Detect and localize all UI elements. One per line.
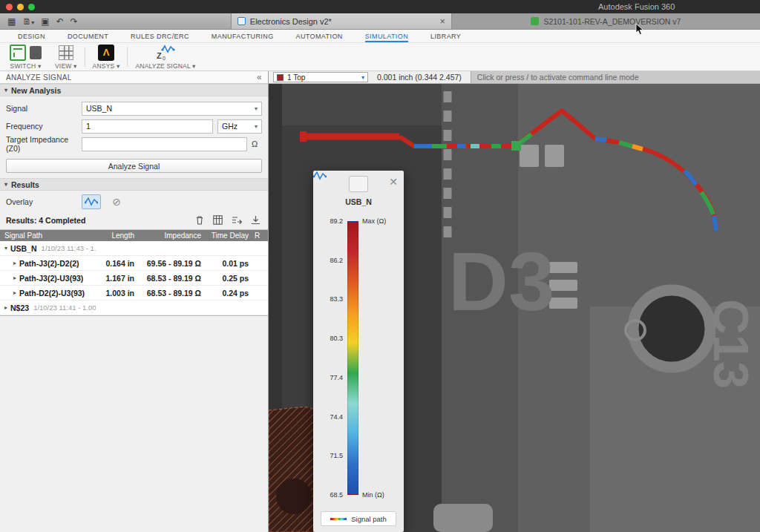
- result-timestamp: 1/10/23 11:41 - 1.00GHz: [33, 303, 96, 312]
- analyze-signal-tool-group[interactable]: Z 0 ANALYZE SIGNAL ▾: [128, 43, 202, 70]
- ribbon-tab-library[interactable]: LIBRARY: [430, 30, 461, 42]
- target-impedance-input[interactable]: [82, 137, 247, 151]
- col-impedance[interactable]: Impedance: [134, 231, 203, 240]
- ribbon-tab-simulation[interactable]: SIMULATION: [365, 30, 408, 42]
- table-row-path[interactable]: ▸ Path-J3(2)-U3(93) 1.167 in 68.53 - 89.…: [0, 271, 268, 286]
- chevron-down-icon: ▾: [361, 74, 364, 81]
- toolbar-separator: [85, 47, 85, 67]
- delete-results-icon[interactable]: [195, 215, 204, 225]
- results-section-header[interactable]: ▾ Results: [0, 178, 268, 191]
- titlebar: Autodesk Fusion 360: [0, 0, 760, 13]
- tab-label: S2101-101-REV-A_DEMOVERSION v7: [543, 17, 681, 26]
- analyze-signal-label: ANALYZE SIGNAL ▾: [135, 62, 195, 70]
- path-name: Path-J3(2)-U3(93): [19, 274, 83, 283]
- document-tabbar: ▦ 🗎▾ ▣ ↶ ↷ Electronics Design v2* × S210…: [0, 13, 760, 30]
- signal-overlay-toggle-button[interactable]: [349, 176, 368, 192]
- col-length[interactable]: Length: [96, 231, 134, 240]
- signal-path-legend: Signal path: [321, 511, 396, 526]
- cursor-coordinates: 0.001 inch (0.344 2.457): [368, 71, 471, 83]
- close-window-button[interactable]: [6, 4, 13, 10]
- command-line-input[interactable]: Click or press / to activate command lin…: [471, 71, 760, 83]
- ribbon-tab-manufacturing[interactable]: MANUFACTURING: [212, 30, 274, 42]
- expand-icon[interactable]: ▾: [4, 245, 7, 252]
- canvas-topbar: 1 Top ▾ 0.001 inch (0.344 2.457) Click o…: [269, 71, 760, 84]
- signal-overlay-icon: [85, 197, 98, 207]
- path-name: Path-J3(2)-D2(2): [19, 259, 79, 268]
- svg-text:Z: Z: [157, 51, 162, 60]
- table-row-path[interactable]: ▸ Path-D2(2)-U3(93) 1.003 in 68.53 - 89.…: [0, 286, 268, 301]
- frequency-unit-select[interactable]: GHz ▾: [217, 119, 262, 134]
- signal-overlay-icon: [313, 171, 327, 181]
- signal-name: N$23: [10, 303, 29, 312]
- max-ohm-label: Max (Ω): [362, 217, 386, 225]
- frequency-input[interactable]: 1: [82, 119, 213, 134]
- scale-value: 68.5: [319, 491, 343, 499]
- download-results-icon[interactable]: [251, 215, 261, 225]
- ribbon-tab-design[interactable]: DESIGN: [18, 30, 45, 42]
- redo-icon[interactable]: ↷: [71, 17, 78, 26]
- tab-demoversion[interactable]: S2101-101-REV-A_DEMOVERSION v7: [452, 13, 760, 29]
- col-time-delay[interactable]: Time Delay: [203, 231, 249, 240]
- path-time-delay: 0.24 ps: [203, 289, 249, 298]
- expand-icon[interactable]: ▸: [13, 260, 16, 266]
- ribbon-tab-automation[interactable]: AUTOMATION: [296, 30, 343, 42]
- collapse-panel-icon[interactable]: «: [257, 72, 262, 82]
- undo-icon[interactable]: ↶: [56, 17, 64, 26]
- chevron-down-icon: ▾: [255, 123, 258, 130]
- layer-color-swatch: [277, 74, 284, 81]
- table-row-group-usbn[interactable]: ▾ USB_N 1/10/23 11:43 - 1.00GHz: [0, 241, 268, 256]
- close-tab-icon[interactable]: ×: [434, 16, 445, 27]
- zoom-window-button[interactable]: [28, 4, 35, 10]
- analyze-signal-button[interactable]: Analyze Signal: [6, 159, 262, 173]
- layer-name: 1 Top: [287, 73, 305, 82]
- view-label: VIEW ▾: [55, 62, 77, 70]
- chevron-down-icon: ▾: [255, 105, 258, 112]
- switch-tool-group[interactable]: SWITCH ▾: [3, 43, 48, 70]
- tab-electronics-design[interactable]: Electronics Design v2* ×: [231, 13, 452, 29]
- overlay-row: Overlay ⊘: [0, 191, 268, 212]
- target-impedance-label: Target Impedance (Z0): [6, 135, 82, 153]
- app-grid-icon[interactable]: ▦: [7, 17, 16, 26]
- traffic-lights: [6, 4, 35, 10]
- view-tool-group[interactable]: VIEW ▾: [48, 43, 84, 70]
- scale-value: 89.2: [319, 217, 343, 225]
- table-row-path[interactable]: ▸ Path-J3(2)-D2(2) 0.164 in 69.56 - 89.1…: [0, 256, 268, 271]
- table-view-icon[interactable]: [213, 215, 223, 225]
- expand-icon[interactable]: ▸: [13, 289, 16, 296]
- table-row-group-n23[interactable]: ▸ N$23 1/10/23 11:41 - 1.00GHz: [0, 301, 268, 315]
- save-icon[interactable]: ▣: [41, 17, 49, 26]
- toolbar-separator: [127, 47, 128, 67]
- section-expand-icon: ▾: [4, 87, 7, 93]
- simulation-toolbar: SWITCH ▾ VIEW ▾ Λ ANSYS ▾ Z 0 ANALYZE SI…: [0, 43, 760, 71]
- command-line-placeholder: Click or press / to activate command lin…: [477, 73, 639, 82]
- close-legend-icon[interactable]: ✕: [389, 177, 398, 187]
- ohm-unit-label: Ω: [252, 139, 262, 148]
- signal-name: USB_N: [10, 244, 37, 253]
- new-analysis-section-header[interactable]: ▾ New Analysis: [0, 84, 268, 96]
- result-timestamp: 1/10/23 11:43 - 1.00GHz: [42, 244, 96, 252]
- export-report-icon[interactable]: [232, 216, 242, 225]
- minimize-window-button[interactable]: [17, 4, 24, 10]
- impedance-legend-panel[interactable]: ✕ USB_N 89.2 86.2 83.3 80.3 77.4 74.4 71…: [313, 171, 404, 532]
- results-table: Signal Path Length Impedance Time Delay …: [0, 229, 268, 316]
- window-title: Autodesk Fusion 360: [598, 0, 675, 13]
- file-menu-icon[interactable]: 🗎▾: [22, 17, 34, 26]
- scale-value: 77.4: [319, 374, 343, 381]
- analyze-button-label: Analyze Signal: [108, 162, 160, 171]
- frequency-label: Frequency: [6, 122, 82, 131]
- legend-signal-name: USB_N: [313, 197, 404, 206]
- expand-icon[interactable]: ▸: [13, 275, 16, 281]
- pcb-viewport[interactable]: D3 C13: [269, 84, 760, 532]
- ansys-tool-group[interactable]: Λ ANSYS ▾: [86, 43, 127, 70]
- layer-select[interactable]: 1 Top ▾: [273, 72, 368, 82]
- col-r[interactable]: R: [249, 231, 268, 240]
- expand-icon[interactable]: ▸: [4, 304, 7, 311]
- ribbon-tabbar: DESIGN DOCUMENT RULES DRC/ERC MANUFACTUR…: [0, 30, 760, 43]
- col-signal-path[interactable]: Signal Path: [0, 231, 96, 240]
- no-overlay-icon: ⊘: [112, 197, 121, 207]
- overlay-off-button[interactable]: ⊘: [107, 194, 126, 209]
- ribbon-tab-document[interactable]: DOCUMENT: [68, 30, 108, 42]
- signal-select[interactable]: USB_N ▾: [82, 102, 262, 116]
- ribbon-tab-rules-drc-erc[interactable]: RULES DRC/ERC: [131, 30, 189, 42]
- overlay-on-button[interactable]: [82, 194, 101, 209]
